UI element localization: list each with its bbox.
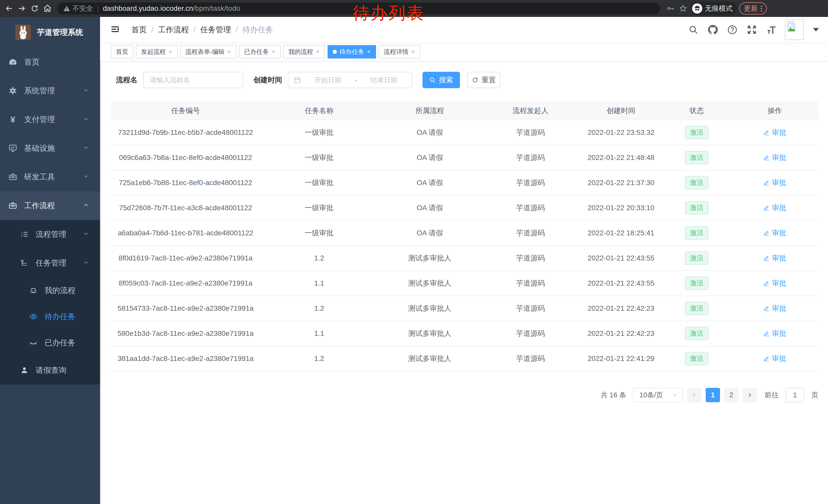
task-id-cell: 73211d9d-7b9b-11ec-b5b7-acde48001122 (111, 120, 260, 145)
sidebar-item-task-mgmt[interactable]: 任务管理 (0, 249, 100, 277)
process-cell: 测试多审批人 (379, 321, 481, 346)
status-badge: 激活 (685, 151, 708, 164)
tag-tab-3[interactable]: 流程表单-编辑 × (180, 45, 237, 58)
chevron-up-icon (83, 202, 89, 210)
help-icon[interactable] (727, 24, 738, 36)
approve-link[interactable]: 审批 (763, 203, 786, 213)
status-badge: 激活 (685, 176, 708, 189)
search-button[interactable]: 搜索 (422, 72, 460, 88)
task-id-cell: 381aa1dd-7ac8-11ec-a9e2-a2380e71991a (111, 346, 260, 371)
close-icon[interactable]: × (227, 48, 232, 55)
filter-bar: 流程名 请输入流程名 创建时间 开始日期 - 结束日期 搜索 重置 (116, 72, 818, 88)
browser-update-button[interactable]: 更新 (739, 2, 767, 15)
approve-link[interactable]: 审批 (763, 304, 786, 313)
process-cell: 测试多审批人 (379, 245, 481, 271)
initiator-cell: 芋道源码 (481, 321, 580, 346)
close-icon[interactable]: × (367, 48, 371, 55)
task-id-cell: 580e1b3d-7ac8-11ec-a9e2-a2380e71991a (111, 321, 260, 346)
approve-link[interactable]: 审批 (763, 178, 786, 188)
browser-reload-icon[interactable] (29, 3, 40, 14)
task-name-cell: 1.2 (260, 296, 379, 321)
goto-page-input[interactable]: 1 (786, 388, 804, 402)
sidebar-item-system[interactable]: 系统管理 (0, 77, 100, 105)
sidebar-item-infra[interactable]: 基础设施 (0, 134, 100, 163)
browser-home-icon[interactable] (42, 3, 53, 14)
font-size-icon[interactable] (765, 24, 777, 36)
tag-tab-5[interactable]: 我的流程 × (283, 45, 325, 58)
edit-pencil-icon (763, 255, 770, 262)
security-warning-label: 不安全 (72, 4, 93, 13)
browser-back-icon[interactable] (4, 3, 14, 14)
app-logo-avatar (15, 25, 31, 40)
tag-tab-1[interactable]: 首页 (111, 45, 133, 58)
created-cell: 2022-01-22 18:25:41 (580, 221, 662, 245)
browser-menu-icon[interactable] (761, 6, 762, 11)
approve-link[interactable]: 审批 (763, 228, 786, 238)
approve-link[interactable]: 审批 (763, 128, 786, 137)
yen-icon: ¥ (8, 115, 17, 124)
sidebar-item-payment[interactable]: ¥ 支付管理 (0, 105, 100, 134)
approve-link[interactable]: 审批 (763, 153, 786, 163)
tasks-table: 任务编号 任务名称 所属流程 流程发起人 创建时间 状态 操作 73211d9d… (111, 101, 818, 371)
sidebar-item-home[interactable]: 首页 (0, 48, 100, 77)
date-range-input[interactable]: 开始日期 - 结束日期 (288, 72, 412, 88)
start-date-placeholder: 开始日期 (305, 76, 350, 85)
approve-link[interactable]: 审批 (763, 329, 786, 338)
page-button-1[interactable]: 1 (706, 388, 720, 402)
sidebar-item-workflow[interactable]: 工作流程 (0, 191, 100, 220)
avatar-dropdown-caret[interactable] (813, 28, 819, 32)
breadcrumb-workflow[interactable]: 工作流程 (158, 25, 189, 35)
created-cell: 2022-01-22 20:33:10 (580, 195, 662, 221)
avatar[interactable] (785, 19, 804, 40)
search-icon[interactable] (688, 24, 699, 36)
pagination-total: 共 16 条 (601, 391, 626, 400)
task-name-cell: 1.2 (260, 346, 379, 371)
goto-label: 前往 (764, 391, 779, 400)
warning-icon (63, 5, 70, 12)
initiator-cell: 芋道源码 (481, 346, 580, 371)
approve-link[interactable]: 审批 (763, 253, 786, 263)
browser-forward-icon[interactable] (16, 3, 27, 14)
edit-pencil-icon (763, 305, 770, 312)
sidebar-item-leave-query[interactable]: 请假查询 (0, 356, 100, 384)
chevron-down-icon (83, 144, 89, 152)
tag-tab-4[interactable]: 已办任务 × (239, 45, 281, 58)
tag-tab-7[interactable]: 流程详情 × (379, 45, 420, 58)
close-icon[interactable]: × (168, 48, 173, 55)
col-created: 创建时间 (580, 101, 662, 120)
close-icon[interactable]: × (316, 48, 320, 55)
next-page-button[interactable] (743, 388, 757, 402)
status-badge: 激活 (685, 126, 708, 139)
sidebar-item-process-mgmt[interactable]: 流程管理 (0, 220, 100, 249)
table-row: 8f0d1619-7ac8-11ec-a9e2-a2380e71991a 1.2… (111, 245, 818, 271)
breadcrumb-home[interactable]: 首页 (131, 25, 147, 35)
reset-button[interactable]: 重置 (467, 72, 500, 88)
process-name-input[interactable]: 请输入流程名 (143, 72, 243, 88)
created-cell: 2022-01-21 22:43:55 (580, 245, 662, 271)
approve-link[interactable]: 审批 (763, 354, 786, 364)
task-name-cell: 1.1 (260, 321, 379, 346)
approve-link[interactable]: 审批 (763, 278, 786, 288)
page-size-select[interactable]: 10条/页 (633, 388, 683, 402)
initiator-cell: 芋道源码 (481, 296, 580, 321)
sidebar-collapse-icon[interactable] (110, 25, 120, 35)
fullscreen-icon[interactable] (746, 24, 758, 36)
app-logo-row[interactable]: 芋道管理系统 (0, 17, 100, 48)
tag-tab-6[interactable]: 待办任务 × (328, 45, 376, 58)
bookmark-star-icon[interactable] (678, 3, 689, 14)
process-cell: OA 请假 (379, 120, 481, 145)
sidebar-item-done-tasks[interactable]: 已办任务 (0, 330, 100, 356)
sidebar-item-todo-tasks[interactable]: 待办任务 (0, 304, 100, 330)
incognito-icon (692, 3, 702, 13)
prev-page-button[interactable] (687, 388, 702, 402)
sidebar-item-devtools[interactable]: 研发工具 (0, 163, 100, 191)
github-icon[interactable] (707, 24, 719, 36)
breadcrumb-task-mgmt[interactable]: 任务管理 (200, 25, 231, 35)
close-icon[interactable]: × (411, 48, 415, 55)
tag-tab-2[interactable]: 发起流程 × (136, 45, 178, 58)
process-cell: OA 请假 (379, 221, 481, 245)
page-button-2[interactable]: 2 (724, 388, 739, 402)
password-key-icon[interactable] (665, 3, 676, 14)
close-icon[interactable]: × (272, 48, 276, 55)
sidebar-item-my-process[interactable]: 我的流程 (0, 277, 100, 304)
